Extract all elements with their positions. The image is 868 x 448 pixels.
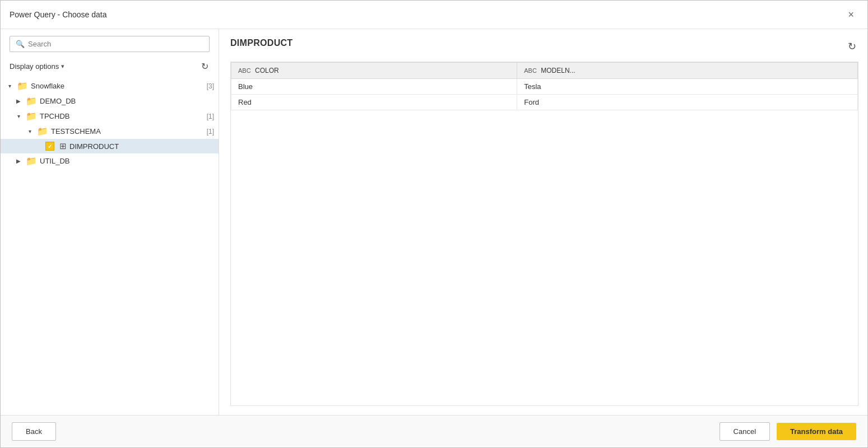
dialog: Power Query - Choose data × 🔍 Display op… <box>0 0 868 448</box>
right-panel: DIMPRODUCT ↻ ABC COLOR ABC MODELN... <box>219 29 867 415</box>
col-name-modelname: MODELN... <box>541 67 575 74</box>
folder-icon-snowflake: 📁 <box>17 81 28 91</box>
title-bar: Power Query - Choose data × <box>1 1 867 29</box>
tree-item-demo-db[interactable]: ▶ 📁 DEMO_DB <box>1 94 219 109</box>
table-row: Blue Tesla <box>231 79 858 95</box>
search-icon: 🔍 <box>16 40 25 48</box>
bottom-bar: Back Cancel Transform data <box>1 415 867 447</box>
col-type-icon-color: ABC <box>238 67 251 74</box>
right-buttons: Cancel Transform data <box>720 422 856 441</box>
search-box: 🔍 <box>10 36 210 52</box>
search-box-container: 🔍 <box>1 36 219 57</box>
preview-table: ABC COLOR ABC MODELN... Blue Te <box>231 62 858 110</box>
expand-arrow-snowflake: ▾ <box>5 83 14 89</box>
display-options-label: Display options <box>10 62 59 71</box>
folder-icon-testschema: 📁 <box>37 126 48 137</box>
table-icon-dimproduct: ⊞ <box>59 141 67 151</box>
cell-model-1: Tesla <box>517 79 858 95</box>
preview-table-head: ABC COLOR ABC MODELN... <box>231 63 858 79</box>
preview-title: DIMPRODUCT <box>230 38 293 48</box>
chevron-down-icon: ▾ <box>61 63 64 70</box>
folder-icon-tpchdb: 📁 <box>26 111 37 122</box>
back-button[interactable]: Back <box>12 422 56 441</box>
tree-label-dimproduct: DIMPRODUCT <box>69 142 214 151</box>
cell-model-2: Ford <box>517 95 858 110</box>
refresh-tree-button[interactable]: ↻ <box>200 60 210 73</box>
expand-arrow-testschema: ▾ <box>25 128 34 134</box>
col-header-modelname: ABC MODELN... <box>517 63 858 79</box>
tree-count-testschema: [1] <box>207 128 214 136</box>
display-options-button[interactable]: Display options ▾ <box>10 62 64 71</box>
col-type-icon-modelname: ABC <box>524 67 537 74</box>
tree-count-tpchdb: [1] <box>207 113 214 120</box>
table-row: Red Ford <box>231 95 858 110</box>
preview-table-body: Blue Tesla Red Ford <box>231 79 858 110</box>
col-header-color: ABC COLOR <box>231 63 517 79</box>
tree-count-snowflake: [3] <box>207 82 214 90</box>
tree-container: ▾ 📁 Snowflake [3] ▶ 📁 DEMO_DB ▾ 📁 TPCHDB <box>1 78 219 408</box>
expand-arrow-tpchdb: ▾ <box>14 113 23 119</box>
tree-item-util-db[interactable]: ▶ 📁 UTIL_DB <box>1 153 219 169</box>
tree-label-tpchdb: TPCHDB <box>40 112 205 120</box>
main-content: 🔍 Display options ▾ ↻ ▾ 📁 Snowflake <box>1 29 867 415</box>
search-input[interactable] <box>28 40 203 48</box>
tree-label-snowflake: Snowflake <box>31 82 205 90</box>
tree-item-testschema[interactable]: ▾ 📁 TESTSCHEMA [1] <box>1 124 219 139</box>
dialog-title: Power Query - Choose data <box>10 10 107 19</box>
preview-table-header-row: ABC COLOR ABC MODELN... <box>231 63 858 79</box>
display-options-row: Display options ▾ ↻ <box>1 57 219 78</box>
preview-header-row: DIMPRODUCT ↻ <box>230 38 858 55</box>
tree-item-tpchdb[interactable]: ▾ 📁 TPCHDB [1] <box>1 109 219 124</box>
close-button[interactable]: × <box>843 7 858 22</box>
transform-data-button[interactable]: Transform data <box>777 423 856 440</box>
refresh-preview-button[interactable]: ↻ <box>846 38 858 55</box>
expand-arrow-util-db: ▶ <box>14 158 23 164</box>
cancel-button[interactable]: Cancel <box>720 422 770 441</box>
tree-label-testschema: TESTSCHEMA <box>51 127 205 136</box>
tree-label-demo-db: DEMO_DB <box>40 97 212 105</box>
left-panel: 🔍 Display options ▾ ↻ ▾ 📁 Snowflake <box>1 29 219 415</box>
tree-item-snowflake[interactable]: ▾ 📁 Snowflake [3] <box>1 78 219 94</box>
cell-color-2: Red <box>231 95 517 110</box>
folder-icon-demo-db: 📁 <box>26 96 37 106</box>
tree-item-dimproduct[interactable]: ✓ ⊞ DIMPRODUCT <box>1 139 219 153</box>
folder-icon-util-db: 📁 <box>26 156 37 166</box>
cell-color-1: Blue <box>231 79 517 95</box>
expand-arrow-demo-db: ▶ <box>14 98 23 104</box>
tree-label-util-db: UTIL_DB <box>40 157 212 165</box>
col-name-color: COLOR <box>255 67 279 74</box>
preview-table-wrapper: ABC COLOR ABC MODELN... Blue Te <box>230 62 858 406</box>
checkbox-dimproduct[interactable]: ✓ <box>45 142 54 151</box>
checkmark-icon: ✓ <box>48 143 52 150</box>
